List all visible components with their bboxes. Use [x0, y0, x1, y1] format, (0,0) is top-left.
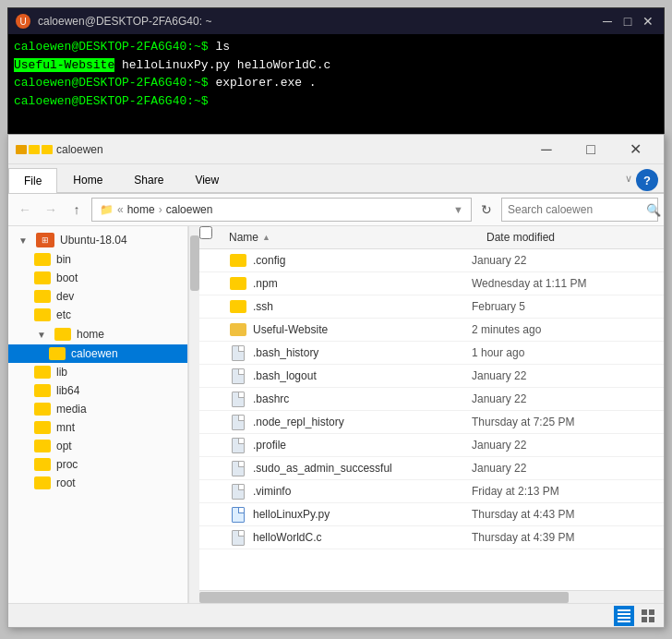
terminal-close-button[interactable]: ✕	[640, 13, 656, 30]
file-row[interactable]: .node_repl_history Thursday at 7:25 PM	[199, 411, 664, 434]
tab-home[interactable]: Home	[57, 167, 118, 192]
sidebar-item-mnt[interactable]: mnt	[8, 418, 187, 437]
file-name-cell: .bashrc	[253, 392, 472, 405]
address-dropdown-icon[interactable]: ▼	[453, 204, 463, 215]
file-name-cell: .npm	[253, 277, 472, 290]
terminal-prompt-3: caloewen@DESKTOP-2FA6G40:~$	[14, 94, 209, 108]
file-row[interactable]: .viminfo Friday at 2:13 PM	[199, 480, 664, 503]
sidebar-label-media: media	[56, 403, 87, 416]
sidebar-item-bin[interactable]: bin	[8, 250, 187, 269]
sidebar-label-ubuntu: Ubuntu-18.04	[60, 234, 127, 247]
file-row[interactable]: .bash_history 1 hour ago	[199, 342, 664, 365]
file-icon-cell	[229, 392, 247, 406]
terminal-dir-output: Useful-Website	[14, 58, 114, 72]
folder-icon-home	[54, 328, 71, 341]
file-area: Name ▲ Date modified .config January 22 …	[199, 226, 664, 603]
sidebar-label-dev: dev	[56, 290, 74, 303]
sidebar-item-etc[interactable]: etc	[8, 306, 187, 324]
file-row[interactable]: .bash_logout January 22	[199, 365, 664, 388]
explorer-minimize-button[interactable]: ─	[525, 135, 568, 164]
search-input[interactable]	[508, 203, 646, 216]
file-date-cell: January 22	[472, 462, 656, 475]
explorer-main: ▼ ⊞ Ubuntu-18.04 bin boot dev	[8, 226, 664, 603]
select-all-checkbox[interactable]	[199, 226, 212, 239]
svg-rect-6	[642, 617, 647, 622]
file-date-cell: January 22	[472, 369, 656, 382]
search-box: 🔍	[501, 198, 658, 222]
address-path[interactable]: 📁 « home › caloewen ▼	[91, 198, 472, 222]
file-row[interactable]: .config January 22	[199, 249, 664, 272]
file-row[interactable]: helloWorldC.c Thursday at 4:39 PM	[199, 526, 664, 549]
terminal-prompt-2: caloewen@DESKTOP-2FA6G40:~$	[14, 76, 209, 90]
help-button[interactable]: ?	[636, 169, 658, 191]
tab-file[interactable]: File	[8, 168, 57, 193]
terminal-minimize-button[interactable]: ─	[599, 13, 616, 30]
sidebar-item-boot[interactable]: boot	[8, 269, 187, 287]
file-row[interactable]: .npm Wednesday at 1:11 PM	[199, 272, 664, 295]
file-name-cell: .sudo_as_admin_successful	[253, 462, 472, 475]
file-icon-cell	[229, 345, 247, 360]
sidebar-item-media[interactable]: media	[8, 400, 187, 418]
file-icon-cell	[229, 322, 247, 337]
folder-icon-media	[34, 403, 51, 416]
sidebar-label-boot: boot	[56, 271, 78, 284]
file-row[interactable]: helloLinuxPy.py Thursday at 4:43 PM	[199, 503, 664, 526]
sidebar-item-lib[interactable]: lib	[8, 363, 187, 381]
svg-rect-2	[618, 617, 630, 619]
sidebar-label-proc: proc	[56, 458, 78, 471]
explorer-controls: ─ □ ✕	[525, 135, 656, 164]
detail-view-button[interactable]	[614, 606, 634, 626]
file-list: .config January 22 .npm Wednesday at 1:1…	[199, 249, 664, 590]
ubuntu-drive-icon: ⊞	[36, 233, 54, 247]
sidebar-item-ubuntu[interactable]: ▼ ⊞ Ubuntu-18.04	[8, 230, 187, 250]
titlebar-folder-icon2	[29, 145, 40, 154]
up-button[interactable]: ↑	[66, 199, 88, 221]
file-row[interactable]: Useful-Website 2 minutes ago	[199, 319, 664, 342]
sidebar-item-root[interactable]: root	[8, 474, 187, 492]
file-row[interactable]: .sudo_as_admin_successful January 22	[199, 457, 664, 480]
sidebar-label-root: root	[56, 476, 76, 489]
terminal-cmd-1: ls	[209, 40, 230, 54]
generic-file-icon	[232, 415, 245, 430]
file-row[interactable]: .bashrc January 22	[199, 388, 664, 411]
search-icon[interactable]: 🔍	[646, 203, 661, 217]
tab-share[interactable]: Share	[118, 167, 179, 192]
file-date-cell: January 22	[472, 439, 656, 452]
svg-rect-7	[649, 617, 654, 622]
sidebar-item-dev[interactable]: dev	[8, 287, 187, 306]
sidebar-item-lib64[interactable]: lib64	[8, 381, 187, 400]
generic-file-icon	[232, 461, 245, 476]
col-header-date[interactable]: Date modified	[479, 226, 664, 248]
file-icon-cell	[229, 438, 247, 452]
hscroll-track	[199, 591, 664, 604]
file-date-cell: Thursday at 7:25 PM	[472, 416, 656, 428]
forward-button[interactable]: →	[40, 199, 62, 221]
sidebar-item-home[interactable]: ▼ home	[8, 324, 187, 344]
sidebar-item-caloewen[interactable]: caloewen	[8, 344, 187, 363]
sidebar-scrollbar[interactable]	[188, 226, 199, 603]
file-row[interactable]: .ssh February 5	[199, 295, 664, 319]
sidebar-item-opt[interactable]: opt	[8, 437, 187, 455]
large-icon-view-button[interactable]	[638, 606, 658, 626]
folder-icon-mnt	[34, 421, 51, 434]
sidebar-label-bin: bin	[56, 253, 71, 266]
terminal-controls: ─ □ ✕	[599, 13, 656, 30]
sidebar-label-caloewen: caloewen	[71, 347, 118, 360]
sidebar-item-proc[interactable]: proc	[8, 455, 187, 474]
terminal-maximize-button[interactable]: □	[619, 13, 636, 30]
file-row[interactable]: .profile January 22	[199, 434, 664, 457]
sidebar-label-mnt: mnt	[56, 421, 75, 434]
horizontal-scrollbar[interactable]	[199, 590, 664, 603]
tab-view[interactable]: View	[179, 167, 234, 192]
explorer-close-button[interactable]: ✕	[614, 135, 656, 164]
svg-rect-5	[649, 609, 654, 615]
file-icon-cell	[229, 530, 247, 545]
refresh-button[interactable]: ↻	[475, 199, 498, 221]
folder-icon-etc	[34, 308, 51, 321]
back-button[interactable]: ←	[14, 199, 36, 221]
file-name-cell: helloWorldC.c	[253, 531, 472, 544]
file-name-cell: helloLinuxPy.py	[253, 508, 472, 521]
col-header-name[interactable]: Name ▲	[222, 226, 479, 248]
explorer-maximize-button[interactable]: □	[570, 135, 612, 164]
terminal-cmd-2: explorer.exe .	[209, 76, 317, 90]
